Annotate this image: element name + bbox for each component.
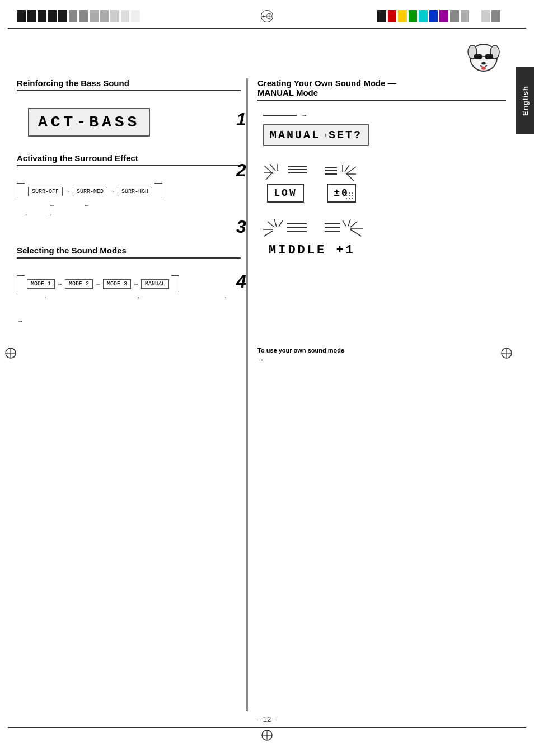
svg-line-50 [348,219,350,226]
modes-return-arrow3: ← [224,294,229,300]
step3-eq-row [263,219,506,239]
svg-line-38 [268,222,274,227]
mode-item3: MODE 3 [103,279,131,289]
mode-item2: MODE 2 [65,279,93,289]
eq-bars-left [263,163,308,182]
step2-number: 2 [236,160,246,181]
step2-right-eq: ±0 [325,164,358,203]
surround-flow-row1: SURR-OFF → SURR-MED → SURR-HGH [17,183,241,200]
mascot-icon [464,36,503,76]
mode-item1: MODE 1 [27,279,55,289]
to-use-label: To use your own sound mode [257,347,506,354]
page-border-bottom [8,727,526,728]
bracket-top-left [17,183,25,200]
main-title-line2: MANUAL Mode [257,88,318,97]
bracket-top-right [154,183,162,200]
page-number: – 12 – [257,715,277,724]
bar-seg [491,10,500,22]
bar-seg [377,10,386,22]
arrow2: → [110,189,115,195]
middle-label: MIDDLE +1 [269,243,355,257]
sound-modes-title: Selecting the Sound Modes [17,246,241,259]
svg-line-25 [345,165,349,172]
manual-set-display: MANUAL→SET? [263,124,506,146]
bar-seg [131,10,140,22]
mode-item4: MANUAL [141,279,169,289]
bar-seg [429,10,438,22]
surround-items: SURR-OFF → SURR-MED → SURR-HGH [28,183,162,200]
step3-section: 3 [257,219,506,257]
bar-seg [58,10,67,22]
step1-line [263,115,297,116]
bar-seg [48,10,57,22]
bar-seg [69,10,78,22]
bar-seg [471,10,480,22]
surround-flow-diagram: SURR-OFF → SURR-MED → SURR-HGH ← ← → → [17,177,241,223]
step3-star-left [263,219,308,239]
svg-line-39 [274,219,277,227]
sound-modes-flow: MODE 1 → MODE 2 → MODE 3 → MANUAL ← ← ← [17,270,241,306]
top-bar-left [17,10,140,22]
surround-section-title: Activating the Surround Effect [17,153,241,166]
return-arrow1: ← [49,202,55,208]
surround-mode1: SURR-OFF [28,187,63,196]
svg-point-30 [346,195,347,196]
surround-sub-arrow1: → [22,212,28,218]
manual-set-label: MANUAL→SET? [263,124,369,146]
svg-point-32 [352,195,353,196]
svg-point-33 [346,198,347,199]
act-bass-label: ACT-BASS [28,108,150,137]
left-column: Reinforcing the Bass Sound ACT-BASS Acti… [17,78,241,325]
bass-section-title: Reinforcing the Bass Sound [17,78,241,91]
bar-seg [409,10,418,22]
bar-seg [121,10,130,22]
step2-eq-boxes: LOW [267,184,303,203]
mode-arrow3: → [133,281,139,287]
modes-return-row: ← ← ← [27,294,241,300]
return-arrow2: ← [84,202,90,208]
modes-return-arrow2: ← [137,294,142,300]
language-label: English [521,86,530,116]
svg-line-47 [350,229,361,236]
surround-sub-arrow2: → [47,212,53,218]
step1-content: → [263,112,506,119]
crosshair-mid-right [500,347,513,361]
crosshair-mid-left [4,347,17,361]
surround-mode3: SURR-HGH [118,187,152,196]
bar-seg [90,10,99,22]
svg-line-49 [350,222,357,227]
svg-line-14 [270,164,275,171]
mode-arrow2: → [95,281,101,287]
modes-note-arrow: → [17,317,24,325]
section-sound-modes: Selecting the Sound Modes MODE 1 → MODE … [17,246,241,325]
bar-seg [481,10,490,22]
step3-star-right [325,219,364,239]
eq-value-display: ±0 [327,184,356,203]
svg-point-34 [349,198,350,199]
page-border-top [8,28,526,29]
bar-seg [110,10,119,22]
section-bass: Reinforcing the Bass Sound ACT-BASS [17,78,241,137]
right-column: Creating Your Own Sound Mode — MANUAL Mo… [257,78,506,364]
svg-point-9 [481,62,486,65]
surround-return-arrows: ← ← [28,202,241,208]
step1-number: 1 [236,109,246,130]
act-bass-display: ACT-BASS [28,108,241,137]
step2-section: 2 [257,163,506,203]
bracket-modes-left [17,275,25,292]
crosshair-top-icon [261,10,273,22]
modes-row1: MODE 1 → MODE 2 → MODE 3 → MANUAL [17,275,241,292]
modes-return-arrow1: ← [44,294,49,300]
svg-point-31 [349,195,350,196]
crosshair-bottom [261,729,273,744]
bar-seg [439,10,448,22]
svg-line-36 [264,231,273,236]
bar-seg [100,10,109,22]
svg-line-40 [279,220,283,227]
step4-number: 4 [236,271,246,292]
main-title: Creating Your Own Sound Mode — MANUAL Mo… [257,78,506,101]
svg-point-28 [349,192,350,194]
step1-arrow: → [301,112,307,119]
step3-number: 3 [236,217,246,237]
to-use-section: To use your own sound mode → [257,347,506,364]
